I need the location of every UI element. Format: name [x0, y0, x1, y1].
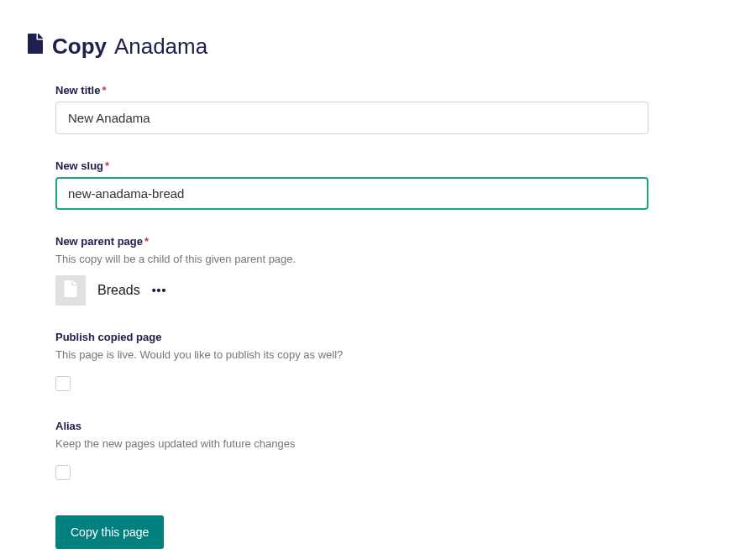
new-title-input[interactable]	[55, 102, 648, 134]
copy-page-button[interactable]: Copy this page	[55, 515, 164, 549]
page-header: Copy Anadama	[27, 29, 729, 60]
publish-help: This page is live. Would you like to pub…	[55, 348, 648, 361]
parent-page-icon-box[interactable]	[55, 275, 86, 306]
field-new-parent: New parent page* This copy will be a chi…	[55, 235, 648, 306]
more-actions-button[interactable]: •••	[152, 284, 167, 297]
new-parent-help: This copy will be a child of this given …	[55, 253, 648, 265]
alias-help: Keep the new pages updated with future c…	[55, 437, 648, 450]
new-slug-input[interactable]	[55, 177, 648, 210]
title-pagename: Anadama	[114, 34, 207, 59]
field-publish: Publish copied page This page is live. W…	[55, 331, 648, 394]
parent-page-row: Breads •••	[55, 275, 648, 306]
copy-form: New title* New slug* New parent page* Th…	[27, 84, 648, 549]
field-new-title: New title*	[55, 84, 648, 134]
new-parent-label: New parent page*	[55, 235, 648, 248]
required-marker: *	[105, 159, 109, 172]
new-slug-label: New slug*	[55, 159, 648, 172]
file-icon	[63, 280, 78, 300]
required-marker: *	[102, 84, 106, 97]
alias-checkbox[interactable]	[55, 465, 71, 480]
title-action: Copy	[52, 34, 107, 59]
file-icon	[27, 34, 44, 57]
parent-page-name: Breads	[97, 283, 140, 298]
page-title: Copy Anadama	[52, 29, 207, 60]
alias-label: Alias	[55, 420, 648, 432]
required-marker: *	[144, 235, 149, 248]
new-title-label: New title*	[55, 84, 648, 97]
field-alias: Alias Keep the new pages updated with fu…	[55, 420, 648, 483]
publish-checkbox[interactable]	[55, 376, 71, 391]
field-new-slug: New slug*	[55, 159, 648, 210]
publish-label: Publish copied page	[55, 331, 648, 343]
